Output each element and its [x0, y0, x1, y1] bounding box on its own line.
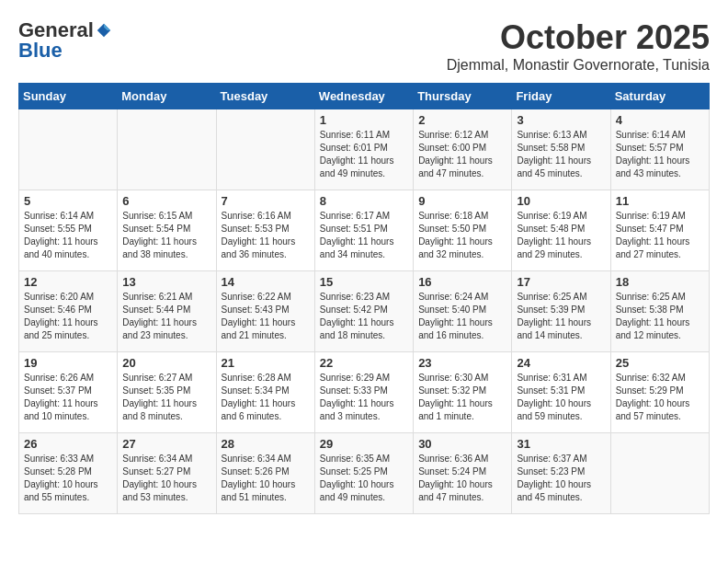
day-info: Sunrise: 6:19 AM Sunset: 5:47 PM Dayligh…	[616, 210, 704, 261]
calendar-cell: 12Sunrise: 6:20 AM Sunset: 5:46 PM Dayli…	[19, 271, 118, 352]
calendar-cell: 16Sunrise: 6:24 AM Sunset: 5:40 PM Dayli…	[414, 271, 512, 352]
day-info: Sunrise: 6:22 AM Sunset: 5:43 PM Dayligh…	[222, 291, 310, 342]
day-info: Sunrise: 6:30 AM Sunset: 5:32 PM Dayligh…	[418, 372, 506, 423]
day-info: Sunrise: 6:37 AM Sunset: 5:23 PM Dayligh…	[517, 453, 605, 504]
calendar-cell: 1Sunrise: 6:11 AM Sunset: 6:01 PM Daylig…	[314, 109, 413, 190]
day-number: 15	[320, 275, 408, 289]
calendar-cell: 3Sunrise: 6:13 AM Sunset: 5:58 PM Daylig…	[512, 109, 610, 190]
day-number: 12	[24, 275, 112, 289]
calendar-cell: 22Sunrise: 6:29 AM Sunset: 5:33 PM Dayli…	[314, 352, 413, 433]
day-number: 5	[24, 194, 112, 208]
day-info: Sunrise: 6:15 AM Sunset: 5:54 PM Dayligh…	[122, 210, 210, 261]
calendar-week-row: 19Sunrise: 6:26 AM Sunset: 5:37 PM Dayli…	[19, 352, 710, 433]
day-info: Sunrise: 6:24 AM Sunset: 5:40 PM Dayligh…	[418, 291, 506, 342]
day-info: Sunrise: 6:25 AM Sunset: 5:38 PM Dayligh…	[616, 291, 704, 342]
day-info: Sunrise: 6:31 AM Sunset: 5:31 PM Dayligh…	[517, 372, 605, 423]
calendar-week-row: 26Sunrise: 6:33 AM Sunset: 5:28 PM Dayli…	[19, 433, 710, 514]
calendar-cell: 31Sunrise: 6:37 AM Sunset: 5:23 PM Dayli…	[512, 433, 610, 514]
day-info: Sunrise: 6:32 AM Sunset: 5:29 PM Dayligh…	[616, 372, 704, 423]
calendar-cell: 30Sunrise: 6:36 AM Sunset: 5:24 PM Dayli…	[414, 433, 512, 514]
calendar-cell: 23Sunrise: 6:30 AM Sunset: 5:32 PM Dayli…	[414, 352, 512, 433]
logo-icon	[96, 22, 112, 39]
day-number: 6	[122, 194, 210, 208]
day-info: Sunrise: 6:21 AM Sunset: 5:44 PM Dayligh…	[122, 291, 210, 342]
calendar-cell: 28Sunrise: 6:34 AM Sunset: 5:26 PM Dayli…	[216, 433, 314, 514]
calendar-table: SundayMondayTuesdayWednesdayThursdayFrid…	[18, 83, 710, 514]
calendar-cell: 13Sunrise: 6:21 AM Sunset: 5:44 PM Dayli…	[118, 271, 216, 352]
calendar-cell: 4Sunrise: 6:14 AM Sunset: 5:57 PM Daylig…	[610, 109, 709, 190]
calendar-cell	[216, 109, 314, 190]
calendar-cell: 11Sunrise: 6:19 AM Sunset: 5:47 PM Dayli…	[610, 190, 709, 271]
calendar-cell: 27Sunrise: 6:34 AM Sunset: 5:27 PM Dayli…	[118, 433, 216, 514]
calendar-cell: 6Sunrise: 6:15 AM Sunset: 5:54 PM Daylig…	[118, 190, 216, 271]
day-number: 16	[418, 275, 506, 289]
day-info: Sunrise: 6:34 AM Sunset: 5:27 PM Dayligh…	[122, 453, 210, 504]
day-number: 28	[222, 437, 310, 451]
day-info: Sunrise: 6:14 AM Sunset: 5:57 PM Dayligh…	[616, 129, 704, 180]
day-number: 23	[418, 356, 506, 370]
weekday-header: Sunday	[19, 84, 118, 109]
day-number: 9	[418, 194, 506, 208]
calendar-cell: 20Sunrise: 6:27 AM Sunset: 5:35 PM Dayli…	[118, 352, 216, 433]
weekday-header: Wednesday	[314, 84, 413, 109]
day-info: Sunrise: 6:14 AM Sunset: 5:55 PM Dayligh…	[24, 210, 112, 261]
day-info: Sunrise: 6:18 AM Sunset: 5:50 PM Dayligh…	[418, 210, 506, 261]
weekday-header: Tuesday	[216, 84, 314, 109]
weekday-header: Saturday	[610, 84, 709, 109]
calendar-cell: 26Sunrise: 6:33 AM Sunset: 5:28 PM Dayli…	[19, 433, 118, 514]
day-number: 11	[616, 194, 704, 208]
day-info: Sunrise: 6:28 AM Sunset: 5:34 PM Dayligh…	[222, 372, 310, 423]
calendar-cell: 24Sunrise: 6:31 AM Sunset: 5:31 PM Dayli…	[512, 352, 610, 433]
day-number: 8	[320, 194, 408, 208]
day-number: 14	[222, 275, 310, 289]
day-info: Sunrise: 6:26 AM Sunset: 5:37 PM Dayligh…	[24, 372, 112, 423]
day-number: 2	[418, 113, 506, 127]
calendar-cell: 10Sunrise: 6:19 AM Sunset: 5:48 PM Dayli…	[512, 190, 610, 271]
calendar-cell: 25Sunrise: 6:32 AM Sunset: 5:29 PM Dayli…	[610, 352, 709, 433]
month-title: October 2025	[447, 18, 710, 57]
day-number: 20	[122, 356, 210, 370]
logo: General Blue	[18, 18, 112, 63]
location-title: Djemmal, Monastir Governorate, Tunisia	[447, 57, 710, 74]
calendar-cell: 5Sunrise: 6:14 AM Sunset: 5:55 PM Daylig…	[19, 190, 118, 271]
day-info: Sunrise: 6:17 AM Sunset: 5:51 PM Dayligh…	[320, 210, 408, 261]
day-number: 24	[517, 356, 605, 370]
day-info: Sunrise: 6:19 AM Sunset: 5:48 PM Dayligh…	[517, 210, 605, 261]
calendar-cell: 2Sunrise: 6:12 AM Sunset: 6:00 PM Daylig…	[414, 109, 512, 190]
day-number: 7	[222, 194, 310, 208]
logo-blue: Blue	[18, 39, 63, 63]
day-number: 29	[320, 437, 408, 451]
day-info: Sunrise: 6:29 AM Sunset: 5:33 PM Dayligh…	[320, 372, 408, 423]
day-info: Sunrise: 6:34 AM Sunset: 5:26 PM Dayligh…	[222, 453, 310, 504]
calendar-header-row: SundayMondayTuesdayWednesdayThursdayFrid…	[19, 84, 710, 109]
day-info: Sunrise: 6:33 AM Sunset: 5:28 PM Dayligh…	[24, 453, 112, 504]
day-info: Sunrise: 6:12 AM Sunset: 6:00 PM Dayligh…	[418, 129, 506, 180]
calendar-cell: 18Sunrise: 6:25 AM Sunset: 5:38 PM Dayli…	[610, 271, 709, 352]
day-info: Sunrise: 6:20 AM Sunset: 5:46 PM Dayligh…	[24, 291, 112, 342]
weekday-header: Monday	[118, 84, 216, 109]
calendar-cell: 8Sunrise: 6:17 AM Sunset: 5:51 PM Daylig…	[314, 190, 413, 271]
calendar-cell: 21Sunrise: 6:28 AM Sunset: 5:34 PM Dayli…	[216, 352, 314, 433]
day-info: Sunrise: 6:11 AM Sunset: 6:01 PM Dayligh…	[320, 129, 408, 180]
calendar-cell: 15Sunrise: 6:23 AM Sunset: 5:42 PM Dayli…	[314, 271, 413, 352]
weekday-header: Friday	[512, 84, 610, 109]
day-number: 22	[320, 356, 408, 370]
calendar-cell	[19, 109, 118, 190]
calendar-cell: 7Sunrise: 6:16 AM Sunset: 5:53 PM Daylig…	[216, 190, 314, 271]
day-number: 26	[24, 437, 112, 451]
calendar-cell: 19Sunrise: 6:26 AM Sunset: 5:37 PM Dayli…	[19, 352, 118, 433]
day-number: 19	[24, 356, 112, 370]
day-info: Sunrise: 6:13 AM Sunset: 5:58 PM Dayligh…	[517, 129, 605, 180]
weekday-header: Thursday	[414, 84, 512, 109]
day-number: 1	[320, 113, 408, 127]
calendar-cell: 14Sunrise: 6:22 AM Sunset: 5:43 PM Dayli…	[216, 271, 314, 352]
calendar-week-row: 12Sunrise: 6:20 AM Sunset: 5:46 PM Dayli…	[19, 271, 710, 352]
day-number: 18	[616, 275, 704, 289]
calendar-cell	[610, 433, 709, 514]
day-info: Sunrise: 6:27 AM Sunset: 5:35 PM Dayligh…	[122, 372, 210, 423]
day-number: 25	[616, 356, 704, 370]
day-number: 31	[517, 437, 605, 451]
day-info: Sunrise: 6:36 AM Sunset: 5:24 PM Dayligh…	[418, 453, 506, 504]
calendar-cell: 9Sunrise: 6:18 AM Sunset: 5:50 PM Daylig…	[414, 190, 512, 271]
calendar-cell	[118, 109, 216, 190]
